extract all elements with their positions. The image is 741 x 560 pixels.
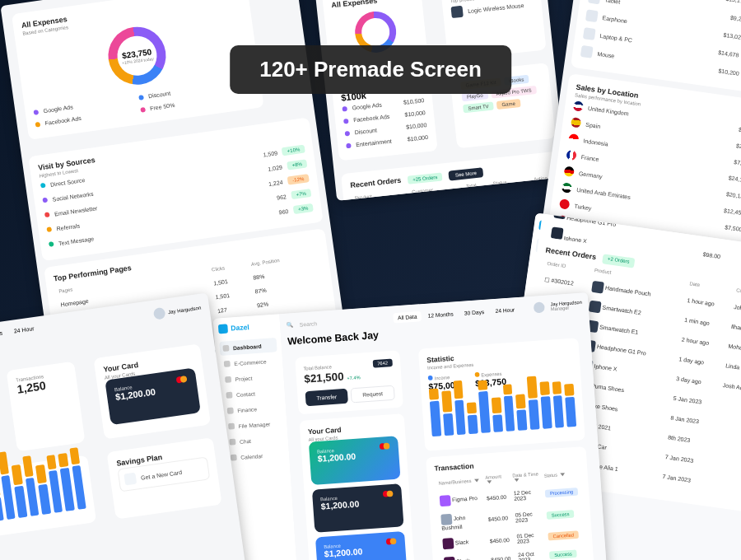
nav-dashboard[interactable]: Dashboard xyxy=(219,338,277,356)
credit-card[interactable]: Balance$1,200.00 xyxy=(312,483,404,533)
nav-contact[interactable]: Contact xyxy=(222,385,280,403)
nav-finance[interactable]: Finance xyxy=(224,400,282,418)
nav-calendar[interactable]: Calendar xyxy=(227,447,285,465)
finance-dashboard: Dazel DashboardE-CommerceProjectContactF… xyxy=(213,292,611,560)
transfer-button[interactable]: Transfer xyxy=(305,389,348,407)
allexp-title: All Expenses xyxy=(331,0,413,9)
avatar[interactable] xyxy=(152,307,165,320)
dashboard-panel-3: Smartphone$15,178+12%Tablet$9,245-8%Earp… xyxy=(542,0,741,252)
avatar[interactable] xyxy=(533,301,544,313)
request-button[interactable]: Request xyxy=(350,385,394,404)
credit-card[interactable]: Balance$1,200.00 xyxy=(309,436,401,485)
nav-file manager[interactable]: File Manager xyxy=(225,416,282,434)
nav-project[interactable]: Project xyxy=(221,369,279,387)
dashboard-panel-2: All Expenses Top Product Top product in … xyxy=(315,0,566,201)
search-input[interactable]: Search xyxy=(300,320,317,327)
promo-banner: 120+ Premade Screen xyxy=(230,45,511,94)
nav-chat[interactable]: Chat xyxy=(226,432,283,450)
credit-card[interactable]: Balance$1,200.00 xyxy=(315,531,408,560)
brand-logo: Dazel xyxy=(218,320,276,334)
nav-e-commerce[interactable]: E-Commerce xyxy=(221,353,278,371)
donut-chart: $23,750 +10% 2024 today xyxy=(105,23,170,88)
